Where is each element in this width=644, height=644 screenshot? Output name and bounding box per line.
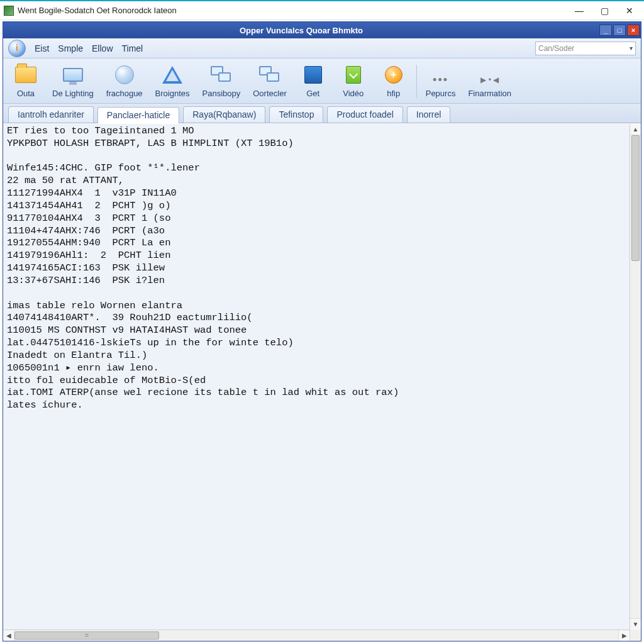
tab-panclaer-haticle[interactable]: Panclaer-haticle xyxy=(97,107,179,123)
monitor-icon xyxy=(62,64,84,86)
ribbon-label: Finarmation xyxy=(468,89,511,98)
menu-item-smple[interactable]: Smple xyxy=(58,43,83,53)
inner-minimize-button[interactable]: _ xyxy=(599,25,612,36)
scroll-right-icon[interactable]: ▶ xyxy=(618,630,630,641)
ribbon-label: frachogue xyxy=(106,89,143,98)
menu-item-eist[interactable]: Eist xyxy=(35,43,49,53)
tab-iantrolh-edanriter[interactable]: Iantrolh edanriter xyxy=(8,106,94,123)
ribbon-button-oortecler[interactable]: Oortecler xyxy=(248,61,291,102)
ribbon-button-broigntes[interactable]: Broigntes xyxy=(150,61,195,102)
tab-product-foadel[interactable]: Product foadel xyxy=(327,106,402,123)
horizontal-scroll-thumb[interactable] xyxy=(14,631,159,640)
ribbon-button-frachogue[interactable]: frachogue xyxy=(101,61,148,102)
outer-titlebar: Went Bogile-Sodatch Oet Ronorodck Iateon… xyxy=(0,1,644,20)
inner-titlebar: Opper Vunclalcs Quoar Bhmkto _ □ × xyxy=(3,22,641,38)
green-icon xyxy=(342,64,365,86)
inner-window-title: Opper Vunclalcs Quoar Bhmkto xyxy=(3,26,599,35)
ribbon-button-get[interactable]: Get xyxy=(294,61,332,102)
menu-item-ellow[interactable]: Ellow xyxy=(92,43,113,53)
dots-icon: ••• xyxy=(431,74,450,86)
search-input[interactable]: Can/Soder ▾ xyxy=(535,42,636,55)
ribbon-label: Broigntes xyxy=(155,89,190,98)
ribbon-label: Oortecler xyxy=(253,89,286,98)
vertical-scroll-thumb[interactable] xyxy=(631,135,640,261)
app-icon xyxy=(4,6,14,16)
ribbon-label: Vidéo xyxy=(343,89,364,98)
screens-icon xyxy=(258,64,281,86)
search-placeholder: Can/Soder xyxy=(538,44,574,53)
close-button[interactable]: ✕ xyxy=(619,4,640,18)
ribbon-button-outa[interactable]: Outa xyxy=(7,61,45,102)
vertical-scrollbar[interactable]: ▲ ▼ xyxy=(630,124,641,630)
menu-item-timel[interactable]: Timel xyxy=(122,43,143,53)
orange-plus-icon xyxy=(382,64,405,86)
maximize-button[interactable]: ▢ xyxy=(594,4,615,18)
chevron-down-icon: ▾ xyxy=(630,45,633,52)
ribbon-button-pansibopy[interactable]: Pansibopy xyxy=(197,61,246,102)
ribbon-button-finarmation[interactable]: ▶ • ◀Finarmation xyxy=(463,71,516,102)
ribbon-button-vid-o[interactable]: Vidéo xyxy=(335,61,372,102)
menu-bar: Eist Smple Ellow Timel Can/Soder ▾ xyxy=(3,38,641,58)
tab-tefinstop[interactable]: Tefinstop xyxy=(269,106,323,123)
ribbon-label: Outa xyxy=(17,89,35,98)
globe-icon xyxy=(113,64,136,86)
ribbon-toolbar: OutaDe LightingfrachogueBroigntesPansibo… xyxy=(3,58,641,104)
ribbon-button-pepurcs[interactable]: •••Pepurcs xyxy=(421,71,461,102)
tab-strip: Iantrolh edanriterPanclaer-haticleRaya(R… xyxy=(3,104,641,123)
scroll-corner xyxy=(630,630,641,641)
ribbon-button-hfip[interactable]: hfip xyxy=(375,61,413,102)
folder-icon xyxy=(14,64,37,86)
scroll-left-icon[interactable]: ◀ xyxy=(3,630,14,641)
ribbon-label: Pansibopy xyxy=(203,89,241,98)
scroll-up-icon[interactable]: ▲ xyxy=(630,124,641,135)
ribbon-label: De Lighting xyxy=(52,89,94,98)
orb-button[interactable] xyxy=(8,40,26,57)
minimize-button[interactable]: — xyxy=(569,4,590,18)
tab-raya-rqbanaw-[interactable]: Raya(Rqbanaw) xyxy=(183,106,265,123)
ribbon-separator xyxy=(416,65,417,98)
tab-inorrel[interactable]: Inorrel xyxy=(407,106,451,123)
inner-close-button[interactable]: × xyxy=(627,25,640,36)
ribbon-button-de-lighting[interactable]: De Lighting xyxy=(47,61,99,102)
ribbon-label: hfip xyxy=(387,89,400,98)
log-output: ET ries to too Tageiintaned 1 MO YPKPBOT… xyxy=(3,124,630,630)
ribbon-label: Get xyxy=(306,89,319,98)
screens-icon xyxy=(210,64,233,86)
ribbon-label: Pepurcs xyxy=(426,89,456,98)
triangle-icon xyxy=(161,64,184,86)
scroll-down-icon[interactable]: ▼ xyxy=(630,618,641,630)
inner-maximize-button[interactable]: □ xyxy=(613,25,626,36)
play-icon: ▶ • ◀ xyxy=(480,74,499,86)
outer-window-title: Went Bogile-Sodatch Oet Ronorodck Iateon xyxy=(18,6,177,15)
horizontal-scrollbar[interactable]: ◀ ▶ xyxy=(3,630,630,641)
blue-square-icon xyxy=(302,64,325,86)
